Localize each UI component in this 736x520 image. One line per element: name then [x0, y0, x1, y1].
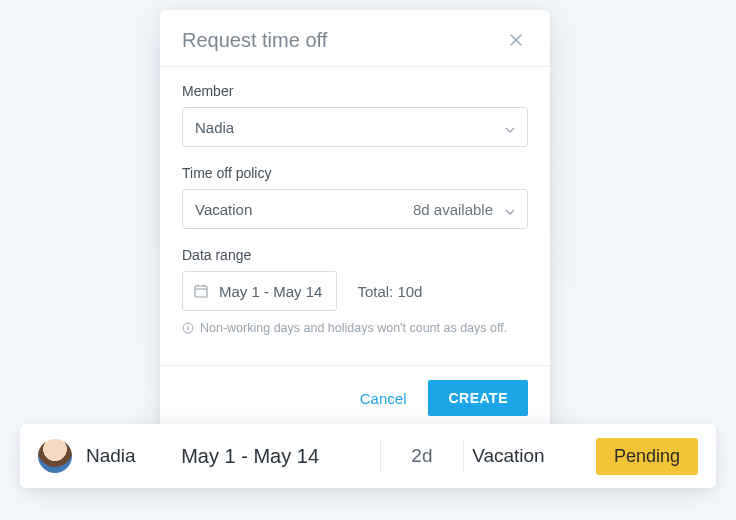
chevron-down-icon [505, 201, 515, 218]
close-button[interactable] [504, 28, 528, 52]
avatar [38, 439, 72, 473]
range-note-text: Non-working days and holidays won't coun… [200, 321, 507, 335]
member-select[interactable]: Nadia [182, 107, 528, 147]
svg-point-2 [187, 325, 188, 326]
info-icon [182, 322, 194, 334]
member-value: Nadia [195, 119, 234, 136]
range-field: Data range May 1 - May 14 Total: 10d Non… [182, 247, 528, 335]
member-field: Member Nadia [182, 83, 528, 147]
row-date-range: May 1 - May 14 [181, 445, 371, 468]
modal-header: Request time off [160, 10, 550, 67]
policy-label: Time off policy [182, 165, 528, 181]
modal-body: Member Nadia Time off policy Vacation 8d… [160, 67, 550, 365]
row-policy: Vacation [472, 445, 596, 467]
row-days: 2d [389, 445, 456, 467]
divider [380, 439, 381, 473]
time-off-row: Nadia May 1 - May 14 2d Vacation Pending [20, 424, 716, 488]
create-button[interactable]: CREATE [428, 380, 528, 416]
date-range-picker[interactable]: May 1 - May 14 [182, 271, 337, 311]
cancel-button[interactable]: Cancel [354, 382, 413, 415]
policy-select[interactable]: Vacation 8d available [182, 189, 528, 229]
range-note: Non-working days and holidays won't coun… [182, 321, 528, 335]
calendar-icon [193, 283, 209, 299]
policy-available: 8d available [413, 201, 493, 218]
date-range-value: May 1 - May 14 [219, 283, 322, 300]
request-time-off-modal: Request time off Member Nadia Time off p… [160, 10, 550, 434]
policy-field: Time off policy Vacation 8d available [182, 165, 528, 229]
close-icon [508, 32, 524, 48]
svg-rect-0 [195, 286, 207, 297]
range-total: Total: 10d [357, 283, 422, 300]
status-badge: Pending [596, 438, 698, 475]
svg-rect-3 [187, 327, 188, 331]
member-label: Member [182, 83, 528, 99]
row-member-name: Nadia [86, 445, 181, 467]
divider [463, 439, 464, 473]
modal-title: Request time off [182, 29, 327, 52]
range-label: Data range [182, 247, 528, 263]
chevron-down-icon [505, 119, 515, 136]
policy-value: Vacation [195, 201, 252, 218]
